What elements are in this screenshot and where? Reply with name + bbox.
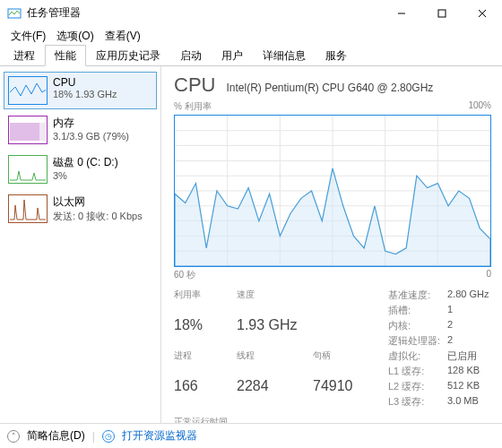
- window-title: 任务管理器: [27, 5, 381, 21]
- hnd-value: 74910: [313, 378, 367, 409]
- axis-bot-right: 0: [486, 269, 491, 281]
- cores-value: 2: [447, 319, 501, 332]
- tab-startup[interactable]: 启动: [170, 45, 212, 66]
- close-button[interactable]: [462, 0, 502, 26]
- speed-value: 1.93 GHz: [237, 317, 313, 348]
- menu-bar: 文件(F) 选项(O) 查看(V): [0, 27, 502, 45]
- menu-file[interactable]: 文件(F): [5, 27, 51, 46]
- chevron-up-icon[interactable]: ˄: [7, 430, 20, 443]
- l2-label: L2 缓存:: [388, 380, 442, 393]
- main-panel: CPU Intel(R) Pentium(R) CPU G640 @ 2.80G…: [161, 66, 502, 423]
- thr-label: 线程: [237, 349, 313, 376]
- l2-value: 512 KB: [447, 380, 501, 393]
- side-item-sub: 18% 1.93 GHz: [53, 89, 117, 99]
- uptime-block: 正常运行时间 0:07:57:30: [174, 416, 491, 423]
- tab-details[interactable]: 详细信息: [253, 45, 316, 66]
- proc-label: 进程: [174, 349, 237, 376]
- tab-performance[interactable]: 性能: [45, 45, 86, 66]
- side-item-title: CPU: [53, 76, 117, 89]
- hnd-label: 句柄: [313, 349, 367, 376]
- cpu-model: Intel(R) Pentium(R) CPU G640 @ 2.80GHz: [226, 82, 433, 94]
- axis-top-right: 100%: [468, 100, 491, 113]
- stats-left: 利用率 速度 18% 1.93 GHz 进程 线程 句柄 166 2284 74…: [174, 289, 367, 409]
- side-item-memory[interactable]: 内存3.1/3.9 GB (79%): [4, 111, 157, 149]
- side-item-cpu[interactable]: CPU18% 1.93 GHz: [4, 72, 157, 109]
- tab-app-history[interactable]: 应用历史记录: [86, 45, 170, 66]
- cpu-thumb-icon: [8, 76, 48, 105]
- sockets-value: 1: [447, 304, 501, 317]
- l1-label: L1 缓存:: [388, 365, 442, 378]
- virt-label: 虚拟化:: [388, 349, 442, 363]
- side-item-title: 内存: [53, 116, 129, 131]
- tab-services[interactable]: 服务: [316, 45, 357, 66]
- cpu-utilization-chart: [174, 115, 491, 267]
- sockets-label: 插槽:: [388, 304, 442, 317]
- menu-view[interactable]: 查看(V): [100, 27, 146, 46]
- stats-right: 基准速度:2.80 GHz 插槽:1 内核:2 逻辑处理器:2 虚拟化:已启用 …: [388, 289, 501, 409]
- speed-label: 速度: [237, 289, 313, 315]
- lproc-label: 逻辑处理器:: [388, 334, 442, 348]
- l3-value: 3.0 MB: [447, 395, 501, 409]
- title-bar: 任务管理器: [0, 0, 502, 27]
- ethernet-thumb-icon: [8, 194, 48, 223]
- side-panel: CPU18% 1.93 GHz 内存3.1/3.9 GB (79%) 磁盘 0 …: [0, 66, 161, 423]
- side-item-sub: 3%: [53, 170, 118, 181]
- l1-value: 128 KB: [447, 365, 501, 378]
- tab-processes[interactable]: 进程: [4, 45, 45, 66]
- main-heading: CPU: [174, 73, 215, 97]
- maximize-button[interactable]: [421, 0, 462, 26]
- util-label: 利用率: [174, 289, 237, 315]
- menu-options[interactable]: 选项(O): [51, 27, 99, 46]
- side-item-sub: 3.1/3.9 GB (79%): [53, 131, 129, 142]
- side-item-disk[interactable]: 磁盘 0 (C: D:)3%: [4, 151, 157, 188]
- app-icon: [7, 6, 22, 21]
- footer-bar: ˄ 简略信息(D) | ◷ 打开资源监视器: [0, 423, 502, 448]
- uptime-label: 正常运行时间: [174, 416, 491, 423]
- proc-value: 166: [174, 378, 237, 409]
- base-label: 基准速度:: [388, 289, 442, 302]
- side-item-sub: 发送: 0 接收: 0 Kbps: [53, 210, 143, 223]
- axis-bot-left: 60 秒: [174, 269, 195, 281]
- axis-top-left: % 利用率: [174, 100, 212, 113]
- memory-thumb-icon: [8, 116, 48, 144]
- disk-thumb-icon: [8, 155, 48, 184]
- resource-monitor-icon[interactable]: ◷: [102, 430, 115, 443]
- side-item-title: 以太网: [53, 194, 143, 210]
- side-item-title: 磁盘 0 (C: D:): [53, 155, 118, 170]
- tab-bar: 进程 性能 应用历史记录 启动 用户 详细信息 服务: [0, 45, 502, 66]
- base-value: 2.80 GHz: [447, 289, 501, 302]
- svg-rect-6: [10, 123, 39, 141]
- fewer-details-link[interactable]: 简略信息(D): [27, 428, 85, 444]
- tab-users[interactable]: 用户: [212, 45, 253, 66]
- util-value: 18%: [174, 317, 237, 348]
- thr-value: 2284: [237, 378, 313, 409]
- virt-value: 已启用: [447, 349, 501, 363]
- cores-label: 内核:: [388, 319, 442, 332]
- open-resource-monitor-link[interactable]: 打开资源监视器: [122, 428, 197, 444]
- side-item-ethernet[interactable]: 以太网发送: 0 接收: 0 Kbps: [4, 190, 157, 228]
- svg-rect-2: [438, 10, 446, 17]
- l3-label: L3 缓存:: [388, 395, 442, 409]
- minimize-button[interactable]: [381, 0, 421, 26]
- lproc-value: 2: [447, 334, 501, 348]
